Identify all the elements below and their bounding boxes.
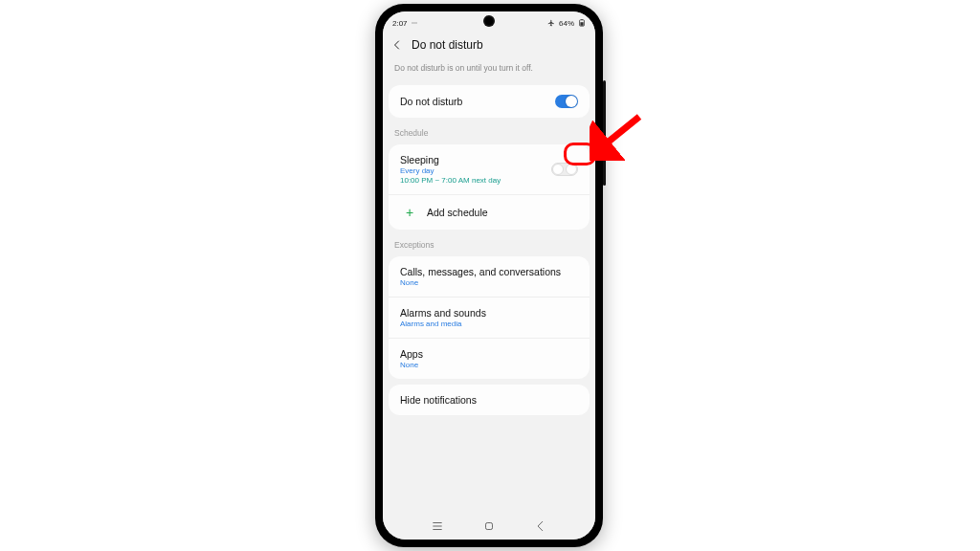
schedule-item-toggle[interactable] [551, 163, 578, 176]
schedule-card: Sleeping Every day 10:00 PM ~ 7:00 AM ne… [389, 144, 590, 230]
svg-rect-9 [486, 523, 493, 530]
add-schedule-label: Add schedule [427, 207, 488, 218]
exceptions-alarms-value: Alarms and media [400, 320, 486, 328]
chevron-left-icon [391, 39, 403, 51]
exceptions-apps-value: None [400, 361, 423, 369]
exceptions-calls-row[interactable]: Calls, messages, and conversations None [389, 256, 590, 297]
svg-point-1 [413, 22, 414, 23]
phone-frame: 2:07 64% Do not disturb Do not disturb i… [375, 4, 603, 547]
exceptions-alarms-row[interactable]: Alarms and sounds Alarms and media [389, 297, 590, 338]
battery-icon [578, 19, 586, 27]
exceptions-apps-row[interactable]: Apps None [389, 338, 590, 379]
nav-recents-icon[interactable] [431, 519, 444, 533]
schedule-item-recurrence: Every day [400, 166, 501, 175]
exceptions-apps-title: Apps [400, 348, 423, 360]
dnd-toggle-switch[interactable] [555, 95, 578, 108]
svg-rect-5 [581, 19, 583, 20]
hide-notifications-label: Hide notifications [400, 394, 477, 406]
dnd-toggle-card: Do not disturb [389, 85, 590, 118]
status-battery-pct: 64% [559, 19, 574, 28]
add-schedule-row[interactable]: + Add schedule [389, 194, 590, 230]
dnd-toggle-row[interactable]: Do not disturb [389, 85, 590, 118]
exceptions-card: Calls, messages, and conversations None … [389, 256, 590, 379]
side-button-power [603, 147, 606, 186]
nav-bar [383, 513, 595, 540]
svg-point-2 [415, 22, 416, 23]
schedule-item-time: 10:00 PM ~ 7:00 AM next day [400, 176, 501, 185]
exceptions-section-header: Exceptions [383, 232, 595, 253]
hide-notifications-row[interactable]: Hide notifications [389, 385, 590, 415]
exceptions-calls-value: None [400, 278, 561, 287]
nav-back-icon[interactable] [534, 519, 547, 533]
hide-notifications-card: Hide notifications [389, 385, 590, 415]
screen: 2:07 64% Do not disturb Do not disturb i… [383, 11, 595, 540]
airplane-icon [547, 19, 555, 27]
back-button[interactable] [390, 38, 404, 52]
svg-rect-4 [580, 22, 583, 26]
dnd-toggle-label: Do not disturb [400, 96, 462, 107]
svg-point-0 [412, 22, 412, 23]
page-subtitle: Do not disturb is on until you turn it o… [383, 55, 595, 82]
exceptions-alarms-title: Alarms and sounds [400, 307, 486, 319]
plus-icon: + [404, 205, 415, 220]
schedule-item-title: Sleeping [400, 154, 501, 165]
title-bar: Do not disturb [383, 33, 595, 55]
status-time: 2:07 [392, 19, 408, 28]
exceptions-calls-title: Calls, messages, and conversations [400, 266, 561, 277]
page-title: Do not disturb [412, 38, 483, 52]
nav-home-icon[interactable] [482, 519, 496, 533]
content: Do not disturb Schedule Sleeping Every d… [383, 82, 595, 513]
punch-hole-camera [485, 17, 493, 25]
side-button-volume [603, 80, 606, 138]
schedule-item-sleeping[interactable]: Sleeping Every day 10:00 PM ~ 7:00 AM ne… [389, 144, 590, 194]
schedule-section-header: Schedule [383, 121, 595, 142]
